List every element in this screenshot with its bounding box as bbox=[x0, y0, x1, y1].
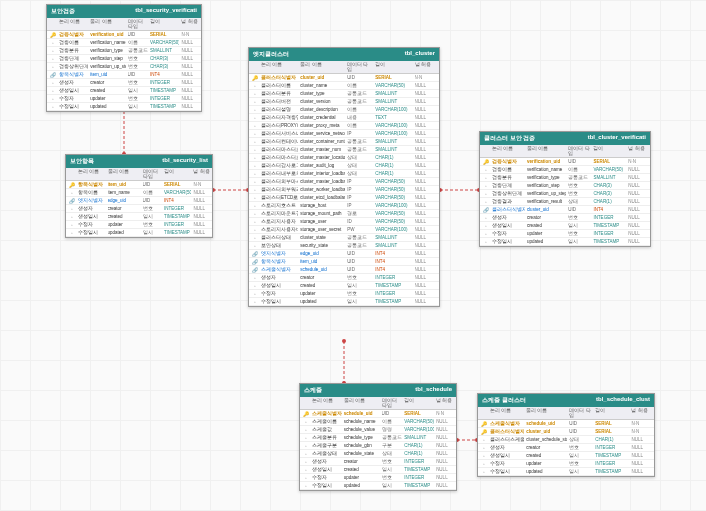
table-header[interactable]: 스케줄 클러스터tbl_schedule_clust bbox=[478, 394, 654, 407]
null-flag: NULL bbox=[181, 40, 199, 45]
table-row[interactable]: ◦생성자creator번호INTEGERNULL bbox=[300, 458, 456, 466]
table-row[interactable]: ◦생성일시created일시TIMESTAMPNULL bbox=[478, 452, 654, 460]
table-row[interactable]: ◦수정일시updated일시TIMESTAMPNULL bbox=[300, 482, 456, 490]
entity-table[interactable]: 보안항목tbl_security_list논리 이름물리 이름데이터 타입길이널… bbox=[65, 154, 213, 238]
entity-table[interactable]: 클러스터 보안 검증tbl_cluster_verificati논리 이름물리 … bbox=[479, 131, 651, 247]
table-row[interactable]: ◦검증단계verification_step번호CHAR(3)NULL bbox=[480, 182, 650, 190]
column-icon: ◦ bbox=[251, 235, 259, 241]
table-row[interactable]: ◦스케줄분류schedule_type공통코드SMALLINTNULL bbox=[300, 434, 456, 442]
table-row[interactable]: ◦스토리지사용자비밀storage_user_secretPWVARCHAR(1… bbox=[249, 226, 439, 234]
table-row[interactable]: ◦보안상태security_state공통코드SMALLINTNULL bbox=[249, 242, 439, 250]
table-row[interactable]: ◦클러스터마스터노드수cluster_master_num공통코드SMALLIN… bbox=[249, 146, 439, 154]
column-header-cell: 널 허용 bbox=[193, 169, 210, 179]
table-row[interactable]: ◦검증상위단계verification_up_step번호CHAR(3)NULL bbox=[47, 63, 201, 71]
data-type: VARCHAR(50) bbox=[375, 219, 412, 224]
physical-name: verification_up_step bbox=[90, 64, 125, 69]
table-row[interactable]: ◦클러스터분류cluster_type공통코드SMALLINTNULL bbox=[249, 90, 439, 98]
table-row[interactable]: ◦스토리지호스트storage_hostIPVARCHAR(100)NULL bbox=[249, 202, 439, 210]
table-row[interactable]: ◦클러스터서비스네트워크cluster_service_networkIPVAR… bbox=[249, 130, 439, 138]
table-row[interactable]: ◦클러스터컨테이너런타임cluster_container_runtime공통코… bbox=[249, 138, 439, 146]
table-row[interactable]: ◦스케줄이름schedule_name이름VARCHAR(50)NULL bbox=[300, 418, 456, 426]
table-row[interactable]: ◦검증분류verification_type공통코드SMALLINTNULL bbox=[47, 47, 201, 55]
table-row[interactable]: 🔑검증식별자verification_uidUIDSERIALN·N bbox=[480, 158, 650, 166]
table-row[interactable]: ◦수정자updater번호INTEGERNULL bbox=[300, 474, 456, 482]
table-row[interactable]: ◦클러스터상태cluster_state공통코드SMALLINTNULL bbox=[249, 234, 439, 242]
table-header[interactable]: 클러스터 보안 검증tbl_cluster_verificati bbox=[480, 132, 650, 145]
table-row[interactable]: ◦수정일시updated일시TIMESTAMPNULL bbox=[478, 468, 654, 476]
table-row[interactable]: ◦클러스터외부워커로드밸런서cluster_worker_loadbalance… bbox=[249, 186, 439, 194]
table-row[interactable]: 🔑스케줄식별자schedule_uidUIDSERIALN·N bbox=[300, 410, 456, 418]
table-row[interactable]: ◦스토리지마운트경로storage_mount_path경로VARCHAR(50… bbox=[249, 210, 439, 218]
table-row[interactable]: ◦클러스터자격증명cluster_credential내용TEXTNULL bbox=[249, 114, 439, 122]
column-icon: ◦ bbox=[302, 467, 310, 473]
table-row[interactable]: 🔑스케줄식별자schedule_uidUIDSERIALN·N bbox=[478, 420, 654, 428]
table-row[interactable]: ◦클러스터설명cluster_description이름VARCHAR(100)… bbox=[249, 106, 439, 114]
table-row[interactable]: ◦생성자creator번호INTEGERNULL bbox=[480, 214, 650, 222]
table-row[interactable]: ◦클러스터PROXY메타정보cluster_proxy_meta이름VARCHA… bbox=[249, 122, 439, 130]
table-row[interactable]: ◦스토리지사용자storage_userIDVARCHAR(50)NULL bbox=[249, 218, 439, 226]
entity-table[interactable]: 엣지클러스터tbl_cluster논리 이름물리 이름데이터 타입길이널 허용🔑… bbox=[248, 47, 440, 307]
table-row[interactable]: ◦클러스터ETCD로드밸런서cluster_etcd_loadbalancerI… bbox=[249, 194, 439, 202]
table-row[interactable]: ◦생성일시created일시TIMESTAMPNULL bbox=[47, 87, 201, 95]
column-header-cell: 길이 bbox=[593, 146, 626, 156]
table-header[interactable]: 스케줄tbl_schedule bbox=[300, 384, 456, 397]
table-row[interactable]: ◦검증상위단계verification_up_step번호CHAR(3)NULL bbox=[480, 190, 650, 198]
table-header[interactable]: 보안항목tbl_security_list bbox=[66, 155, 212, 168]
table-row[interactable]: 🔗항목식별자item_uidUIDINT4NULL bbox=[249, 258, 439, 266]
table-row[interactable]: ◦수정자updater번호INTEGERNULL bbox=[66, 221, 212, 229]
table-row[interactable]: ◦수정일시updated일시TIMESTAMPNULL bbox=[480, 238, 650, 246]
table-row[interactable]: ◦클러스터외부마스터로드밸런서cluster_master_loadbalanc… bbox=[249, 178, 439, 186]
table-row[interactable]: 🔑항목식별자item_uidUIDSERIALN·N bbox=[66, 181, 212, 189]
table-row[interactable]: ◦검증단계verification_step번호CHAR(3)NULL bbox=[47, 55, 201, 63]
table-title-physical: tbl_schedule_clust bbox=[596, 396, 650, 405]
table-row[interactable]: ◦클러스터버전cluster_version공통코드SMALLINTNULL bbox=[249, 98, 439, 106]
table-row[interactable]: ◦생성일시created일시TIMESTAMPNULL bbox=[249, 282, 439, 290]
entity-table[interactable]: 스케줄tbl_schedule논리 이름물리 이름데이터 타입길이널 허용🔑스케… bbox=[299, 383, 457, 491]
table-row[interactable]: 🔗스케줄식별자schedule_uidUIDINT4NULL bbox=[249, 266, 439, 274]
table-row[interactable]: ◦수정일시updated일시TIMESTAMPNULL bbox=[47, 103, 201, 111]
table-row[interactable]: ◦스케줄상태schedule_state상태CHAR(1)NULL bbox=[300, 450, 456, 458]
table-row[interactable]: 🔑클러스터식별자cluster_uidUIDSERIALN·N bbox=[249, 74, 439, 82]
table-row[interactable]: ◦클러스터마스터노드위치cluster_master_location상태CHA… bbox=[249, 154, 439, 162]
table-row[interactable]: ◦클러스터이름cluster_name이름VARCHAR(50)NULL bbox=[249, 82, 439, 90]
table-row[interactable]: ◦수정자updater번호INTEGERNULL bbox=[478, 460, 654, 468]
table-row[interactable]: ◦검증결과verification_result상태CHAR(1)NULL bbox=[480, 198, 650, 206]
table-row[interactable]: ◦생성자creator번호INTEGERNULL bbox=[66, 205, 212, 213]
physical-name: storage_mount_path bbox=[300, 211, 345, 216]
table-row[interactable]: ◦클러스터감사로그cluster_audit_log상태CHAR(1)NULL bbox=[249, 162, 439, 170]
table-row[interactable]: 🔑클러스터식별자cluster_uidUIDSERIALN·N bbox=[478, 428, 654, 436]
table-row[interactable]: ◦스케줄구분schedule_gbn구분CHAR(1)NULL bbox=[300, 442, 456, 450]
null-flag: NULL bbox=[415, 299, 437, 304]
logical-name: 클러스터상태 bbox=[261, 235, 298, 240]
table-row[interactable]: ◦클러스터스케줄상태cluster_schedule_state상태CHAR(1… bbox=[478, 436, 654, 444]
entity-table[interactable]: 스케줄 클러스터tbl_schedule_clust논리 이름물리 이름데이터 … bbox=[477, 393, 655, 477]
table-row[interactable]: ◦수정자updater번호INTEGERNULL bbox=[480, 230, 650, 238]
table-row[interactable]: ◦항목이름item_name이름VARCHAR(50)NULL bbox=[66, 189, 212, 197]
table-row[interactable]: ◦수정일시updated일시TIMESTAMPNULL bbox=[66, 229, 212, 237]
data-type: INTEGER bbox=[150, 80, 179, 85]
table-header[interactable]: 엣지클러스터tbl_cluster bbox=[249, 48, 439, 61]
table-row[interactable]: ◦생성자creator번호INTEGERNULL bbox=[249, 274, 439, 282]
table-row[interactable]: ◦검증이름verification_name이름VARCHAR(50)NULL bbox=[47, 39, 201, 47]
table-row[interactable]: ◦생성일시created일시TIMESTAMPNULL bbox=[480, 222, 650, 230]
table-row[interactable]: 🔗항목식별자item_uidUIDINT4NULL bbox=[47, 71, 201, 79]
table-row[interactable]: ◦클러스터내부로드밸런서cluster_interior_loadbalance… bbox=[249, 170, 439, 178]
table-row[interactable]: ◦수정일시updated일시TIMESTAMPNULL bbox=[249, 298, 439, 306]
table-header[interactable]: 보안검증tbl_security_verificati bbox=[47, 5, 201, 18]
table-row[interactable]: 🔗엣지식별자edge_uidUIDINT4NULL bbox=[249, 250, 439, 258]
table-row[interactable]: ◦스케줄값schedule_value명령VARCHAR(100)NULL bbox=[300, 426, 456, 434]
table-row[interactable]: ◦검증분류verification_type공통코드SMALLINTNULL bbox=[480, 174, 650, 182]
table-row[interactable]: ◦생성일시created일시TIMESTAMPNULL bbox=[66, 213, 212, 221]
table-row[interactable]: 🔑검증식별자verification_uidUIDSERIALN·N bbox=[47, 31, 201, 39]
table-row[interactable]: ◦생성자creator번호INTEGERNULL bbox=[47, 79, 201, 87]
table-row[interactable]: ◦생성자creator번호INTEGERNULL bbox=[478, 444, 654, 452]
entity-table[interactable]: 보안검증tbl_security_verificati논리 이름물리 이름데이터… bbox=[46, 4, 202, 112]
table-row[interactable]: ◦검증이름verification_name이름VARCHAR(50)NULL bbox=[480, 166, 650, 174]
table-row[interactable]: 🔗엣지식별자edge_uidUIDINT4NULL bbox=[66, 197, 212, 205]
table-row[interactable]: ◦수정자updater번호INTEGERNULL bbox=[47, 95, 201, 103]
table-row[interactable]: 🔗클러스터식별자cluster_uidUIDINT4NULL bbox=[480, 206, 650, 214]
table-row[interactable]: ◦수정자updater번호INTEGERNULL bbox=[249, 290, 439, 298]
table-row[interactable]: ◦생성일시created일시TIMESTAMPNULL bbox=[300, 466, 456, 474]
data-type: INTEGER bbox=[164, 206, 192, 211]
data-type: INTEGER bbox=[593, 231, 626, 236]
